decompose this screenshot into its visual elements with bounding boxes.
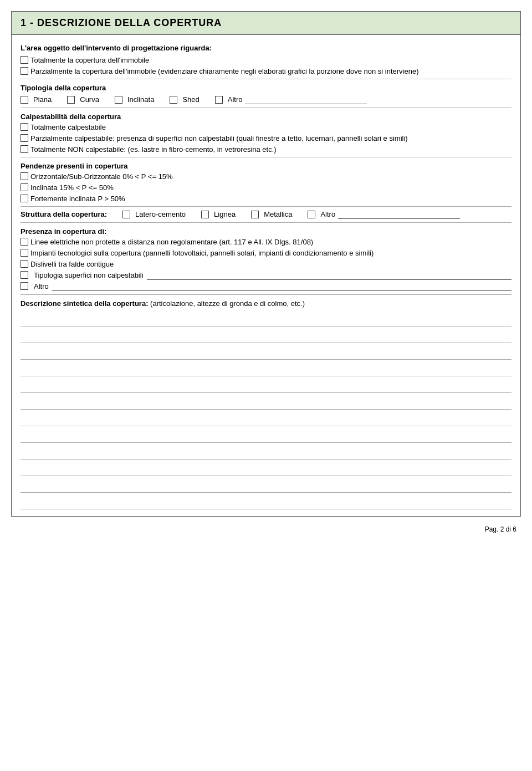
checkbox-item-inclinata: Inclinata [115,95,154,104]
label-altro-struttura: Altro [320,210,335,218]
page-container: 1 - DESCRIZIONE DELLA COPERTURA L'area o… [11,11,521,517]
checkbox-item-lignea: Lignea [201,210,236,218]
checkbox-row-parzialmente: Parzialmente la copertura dell'immobile … [21,67,511,75]
label-altro-presenza: Altro [34,282,49,290]
label-pendenza-1: Orizzontale/Sub-Orizzontale 0% < P <= 15… [30,172,173,181]
desc-line-12[interactable] [21,495,511,509]
desc-line-2[interactable] [21,329,511,343]
label-piana: Piana [33,95,52,104]
tipologia-options-group: Piana Curva Inclinata Shed Altro [21,95,511,104]
label-dislivelli: Dislivelli tra falde contigue [30,260,114,268]
divider-5 [21,222,511,223]
checkbox-impianti[interactable] [21,249,28,257]
altro-presenza-field[interactable] [52,282,511,291]
checkbox-lignea[interactable] [201,211,209,218]
checkbox-parzialmente[interactable] [21,67,28,75]
checkbox-pendenza-2[interactable] [21,183,28,191]
desc-line-10[interactable] [21,462,511,476]
label-linee-elettriche: Linee elettriche non protette a distanza… [30,238,313,246]
section-title: 1 - DESCRIZIONE DELLA COPERTURA [21,17,222,28]
checkbox-curva[interactable] [67,96,75,104]
checkbox-row-pendenza-1: Orizzontale/Sub-Orizzontale 0% < P <= 15… [21,172,511,181]
checkbox-row-pendenza-2: Inclinata 15% < P <= 50% [21,183,511,192]
checkbox-pendenza-1[interactable] [21,172,28,180]
desc-line-1[interactable] [21,312,511,326]
pendenze-label: Pendenze presenti in copertura [21,162,511,170]
divider-1 [21,79,511,79]
checkbox-item-altro-tipologia: Altro [215,95,367,104]
checkbox-totalmente-calpestabile[interactable] [21,123,28,131]
desc-line-3[interactable] [21,345,511,360]
label-shed: Shed [182,95,199,104]
label-non-calpestabile: Totalmente NON calpestabile: (es. lastre… [30,145,277,154]
label-altro-tipologia: Altro [228,95,243,104]
desc-line-5[interactable] [21,379,511,393]
checkbox-row-dislivelli: Dislivelli tra falde contigue [21,260,511,268]
label-curva: Curva [80,95,99,104]
checkbox-latero-cemento[interactable] [122,211,130,218]
desc-line-8[interactable] [21,428,511,443]
divider-6 [21,294,511,295]
presenza-label: Presenza in copertura di: [21,227,511,236]
label-metallica: Metallica [264,210,292,218]
checkbox-item-piana: Piana [21,95,52,104]
altro-tipologia-field[interactable] [245,95,367,104]
checkbox-inclinata[interactable] [115,96,122,104]
checkbox-metallica[interactable] [251,211,259,218]
label-impianti: Impianti tecnologici sulla copertura (pa… [30,249,374,257]
label-latero-cemento: Latero-cemento [135,210,186,218]
struttura-label: Struttura della copertura: [21,210,107,218]
label-parzialmente: Parzialmente la copertura dell'immobile … [30,67,419,75]
section-content: L'area oggetto dell'intervento di proget… [12,35,520,516]
tipologia-sup-field[interactable] [147,271,511,280]
label-lignea: Lignea [214,210,236,218]
checkbox-row-impianti: Impianti tecnologici sulla copertura (pa… [21,249,511,257]
checkbox-row-totalmente: Totalmente la copertura dell'immobile [21,56,511,64]
desc-line-9[interactable] [21,445,511,459]
checkbox-row-totalmente-calpestabile: Totalmente calpestabile [21,123,511,131]
divider-2 [21,108,511,108]
checkbox-non-calpestabile[interactable] [21,145,28,153]
desc-line-6[interactable] [21,395,511,410]
checkbox-row-parzialmente-calpestabile: Parzialmente calpestabile: presenza di s… [21,134,511,142]
divider-4 [21,206,511,207]
struttura-group: Struttura della copertura: Latero-cement… [21,210,511,219]
checkbox-linee-elettriche[interactable] [21,238,28,246]
descrizione-label: Descrizione sintetica della copertura: [21,299,148,308]
label-pendenza-3: Fortemente inclinata P > 50% [30,195,125,203]
checkbox-row-linee-elettriche: Linee elettriche non protette a distanza… [21,238,511,246]
checkbox-item-shed: Shed [170,95,199,104]
label-totalmente: Totalmente la copertura dell'immobile [30,56,149,64]
checkbox-parzialmente-calpestabile[interactable] [21,134,28,142]
tipologia-label: Tipologia della copertura [21,84,511,92]
label-parzialmente-calpestabile: Parzialmente calpestabile: presenza di s… [30,134,408,142]
section-header: 1 - DESCRIZIONE DELLA COPERTURA [12,12,520,35]
area-label: L'area oggetto dell'intervento di proget… [21,43,511,54]
descrizione-sublabel: (articolazione, altezze di gronda e di c… [150,299,305,308]
checkbox-shed[interactable] [170,96,177,104]
checkbox-totalmente[interactable] [21,56,28,64]
desc-line-4[interactable] [21,362,511,376]
checkbox-row-non-calpestabile: Totalmente NON calpestabile: (es. lastre… [21,145,511,154]
checkbox-row-pendenza-3: Fortemente inclinata P > 50% [21,195,511,203]
label-tipologia-sup: Tipologia superfici non calpestabili [34,271,144,279]
label-pendenza-2: Inclinata 15% < P <= 50% [30,183,114,192]
checkbox-dislivelli[interactable] [21,260,28,268]
checkbox-item-altro-struttura: Altro [308,210,460,219]
checkbox-piana[interactable] [21,96,28,104]
checkbox-tipologia-sup[interactable] [21,271,28,279]
altro-struttura-field[interactable] [338,210,460,219]
checkbox-altro-struttura[interactable] [308,211,315,218]
desc-line-7[interactable] [21,412,511,426]
checkbox-item-metallica: Metallica [251,210,292,218]
checkbox-altro-presenza[interactable] [21,282,28,290]
footer-text: Pag. 2 di 6 [485,525,516,533]
checkbox-item-latero-cemento: Latero-cemento [122,210,186,218]
checkbox-row-altro-presenza: Altro [21,282,511,291]
checkbox-row-tipologia-sup: Tipologia superfici non calpestabili [21,271,511,280]
checkbox-altro-tipologia[interactable] [215,96,223,104]
desc-line-11[interactable] [21,478,511,493]
checkbox-pendenza-3[interactable] [21,195,28,202]
descrizione-row: Descrizione sintetica della copertura: (… [21,298,511,309]
page-footer: Pag. 2 di 6 [11,525,521,533]
